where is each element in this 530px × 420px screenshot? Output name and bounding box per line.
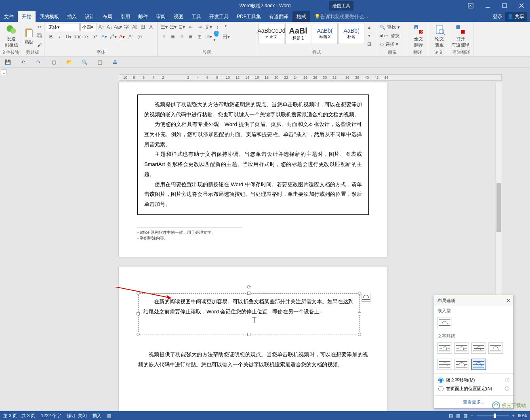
inc-indent-icon[interactable]: ⇥ — [196, 23, 204, 31]
style-heading2[interactable]: AaBb(标题 2 — [312, 23, 338, 44]
font-size-select[interactable]: 小四 ▾ — [80, 23, 97, 31]
tab-references[interactable]: 引用 — [116, 11, 134, 22]
font-color-icon[interactable]: A▾ — [118, 33, 126, 41]
italic-icon[interactable]: I — [56, 33, 64, 41]
wrap-front-button[interactable] — [454, 359, 469, 370]
paste-button[interactable]: 粘贴 — [23, 23, 35, 49]
character-border-icon[interactable]: A — [147, 23, 155, 31]
tab-mail[interactable]: 邮件 — [134, 11, 152, 22]
redo-icon[interactable]: ↷ — [35, 59, 42, 66]
send-wechat-button[interactable]: 发送 到微信 — [2, 23, 20, 49]
wrap-square-button[interactable] — [437, 342, 452, 354]
full-translate-button[interactable]: a文 全文 翻译 — [410, 23, 427, 49]
insert-mode[interactable]: 插入 — [93, 413, 101, 419]
paragraph[interactable]: 视频提供了功能强大的方法帮助您证明您的观点。当您单击联机视频时，可以在想要添加的… — [138, 350, 368, 370]
resize-handle[interactable] — [358, 312, 361, 315]
distribute-icon[interactable]: ⊞ — [196, 33, 204, 41]
border-icon[interactable]: 田 — [139, 23, 147, 31]
wrap-front-text-button[interactable] — [471, 359, 486, 370]
tab-translate[interactable]: 有道翻译 — [265, 11, 292, 22]
macro-icon[interactable]: ▦ — [107, 413, 111, 418]
borders-icon[interactable]: 田▾ — [222, 33, 230, 41]
resize-handle[interactable] — [358, 292, 361, 295]
drawing-tools-tab[interactable]: 绘图工具 — [329, 1, 353, 10]
bullets-icon[interactable]: ☰▾ — [160, 23, 168, 31]
new-icon[interactable]: ▢ — [50, 59, 57, 66]
share-button[interactable]: 👤 共享 — [505, 12, 527, 21]
frame-text[interactable]: 在新的阅读视图中阅读更加容易。可以折叠文档某些部分并关注所需文本。如果在达到结尾… — [143, 297, 354, 317]
asian-layout-icon[interactable]: 文▾ — [204, 23, 212, 31]
select-button[interactable]: ▭ 选择 ▾ — [380, 40, 404, 48]
align-left-icon[interactable]: ≡ — [160, 33, 168, 41]
justify-icon[interactable]: ≣ — [187, 33, 195, 41]
find-button[interactable]: 🔍 查找 ▾ — [380, 23, 404, 31]
align-right-icon[interactable]: ≡ — [178, 33, 186, 41]
zoom-out-icon[interactable]: − — [471, 413, 473, 418]
tab-templates[interactable]: 我的模板 — [36, 11, 63, 22]
shrink-font-icon[interactable]: A↓ — [106, 23, 113, 31]
wrap-behind-button[interactable] — [437, 359, 452, 370]
resize-handle[interactable] — [358, 333, 361, 336]
tab-design[interactable]: 设计 — [81, 11, 99, 22]
superscript-icon[interactable]: x² — [91, 33, 99, 41]
rotate-handle-icon[interactable]: ⟳ — [247, 282, 251, 292]
tab-insert[interactable]: 插入 — [63, 11, 81, 22]
word-count[interactable]: 1222 个字 — [41, 413, 61, 419]
char-shading-icon[interactable]: A⃞ — [127, 33, 135, 41]
maximize-icon[interactable] — [496, 0, 513, 11]
print-layout-icon[interactable]: ▦ — [456, 413, 460, 418]
tab-pdf[interactable]: PDF工具集 — [233, 11, 265, 22]
show-marks-icon[interactable]: ¶ — [222, 23, 230, 31]
change-case-icon[interactable]: Aa▾ — [114, 23, 122, 31]
align-center-icon[interactable]: ≣ — [169, 33, 177, 41]
tab-home[interactable]: 开始 — [18, 11, 36, 22]
save-as-icon[interactable]: 📋 — [96, 59, 103, 66]
resize-handle[interactable] — [247, 292, 250, 295]
print-preview-icon[interactable]: 🔍 — [81, 59, 88, 66]
highlight-icon[interactable]: 🖍▾ — [109, 33, 117, 41]
zoom-in-icon[interactable]: + — [512, 413, 515, 418]
tab-dev[interactable]: 开发工具 — [205, 11, 233, 22]
undo-icon[interactable]: ↶ — [19, 59, 27, 66]
enclose-char-icon[interactable]: ㊥ — [136, 33, 144, 41]
document-page[interactable]: ⟳ 在新的阅读视图中阅读更加容易。可以折叠文档某些部分并关注所需文本。如果在达到… — [119, 267, 387, 411]
text-box[interactable]: 视频提供了功能强大的方法帮助您证明您的观点。当您单击联机视频时，可以在想要添加的… — [137, 94, 369, 215]
shading-icon[interactable]: 🪣▾ — [213, 33, 221, 41]
minimize-icon[interactable] — [479, 0, 496, 11]
styles-scroll-down-icon[interactable]: ▾ — [365, 32, 373, 40]
phonetic-guide-icon[interactable]: 字 — [123, 23, 130, 31]
tab-file[interactable]: 文件 — [0, 11, 18, 22]
close-icon[interactable] — [513, 0, 530, 11]
copy-icon[interactable]: ⿻ — [36, 32, 44, 40]
resize-handle[interactable] — [137, 333, 140, 336]
scrollbar-thumb[interactable] — [496, 183, 501, 232]
line-spacing-icon[interactable]: ↕≡▾ — [204, 33, 212, 41]
fix-position-radio[interactable]: 在页面上的位置固定(N) ⓘ — [438, 384, 509, 393]
styles-more-icon[interactable]: ⊟ — [365, 40, 373, 48]
underline-icon[interactable]: U▾ — [65, 33, 73, 41]
web-layout-icon[interactable]: ▥ — [463, 413, 467, 418]
subscript-icon[interactable]: x₂ — [82, 33, 90, 41]
horizontal-ruler[interactable]: 108642 246810121416182022242628303236384… — [119, 74, 502, 81]
wrap-through-button[interactable] — [471, 342, 486, 354]
open-icon[interactable]: 📂 — [65, 59, 73, 66]
read-mode-icon[interactable]: ▤ — [449, 413, 453, 418]
text-effects-icon[interactable]: A▾ — [100, 33, 108, 41]
tab-layout[interactable]: 布局 — [99, 11, 116, 22]
zoom-slider[interactable] — [477, 415, 509, 416]
bold-icon[interactable]: B — [47, 33, 55, 41]
resize-handle[interactable] — [137, 292, 140, 295]
style-normal[interactable]: AaBbCcDd↵ 正文 — [259, 23, 284, 44]
format-painter-icon[interactable]: 🖌 — [36, 41, 44, 49]
resize-handle[interactable] — [247, 333, 250, 336]
style-title[interactable]: AaBb(标题 — [339, 23, 364, 44]
tab-view[interactable]: 视图 — [170, 11, 187, 22]
strike-icon[interactable]: abc — [74, 33, 82, 41]
selected-text-frame[interactable]: ⟳ 在新的阅读视图中阅读更加容易。可以折叠文档某些部分并关注所需文本。如果在达到… — [138, 293, 360, 334]
track-changes-status[interactable]: 修订: 关闭 — [67, 413, 87, 419]
panel-close-icon[interactable]: ✕ — [507, 298, 510, 303]
wrap-topbottom-button[interactable] — [488, 342, 503, 354]
wrap-inline-button[interactable] — [437, 317, 452, 328]
multilevel-icon[interactable]: ⊟▾ — [178, 23, 186, 31]
tab-tools[interactable]: 工具 — [187, 11, 205, 22]
